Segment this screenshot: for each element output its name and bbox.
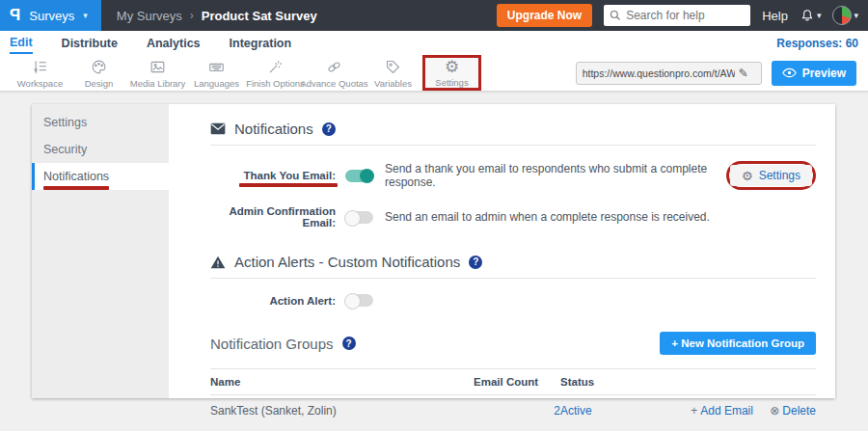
upgrade-now-button[interactable]: Upgrade Now bbox=[497, 4, 592, 27]
settings-button-label: Settings bbox=[759, 169, 800, 182]
admin-confirmation-email-label: Admin Confirmation Email: bbox=[210, 205, 336, 229]
page-title: Product Sat Survey bbox=[202, 9, 317, 23]
delete-button[interactable]: ⊗Delete bbox=[770, 404, 816, 418]
toolbar-item-media-library[interactable]: Media Library bbox=[128, 55, 187, 91]
sidebar-item-settings[interactable]: Settings bbox=[32, 109, 169, 136]
image-icon bbox=[149, 58, 167, 76]
search-input[interactable] bbox=[626, 9, 740, 22]
section-title-action-alerts: Action Alerts - Custom Notifications bbox=[234, 254, 460, 270]
toolbar-item-label: Media Library bbox=[130, 78, 186, 89]
chevron-down-icon: ▾ bbox=[817, 11, 822, 20]
sidebar-item-label: Notifications bbox=[43, 170, 109, 183]
help-link[interactable]: Help bbox=[762, 9, 788, 23]
action-alert-label: Action Alert: bbox=[210, 295, 336, 307]
questionpro-logo-icon: P bbox=[10, 6, 20, 25]
tab-edit[interactable]: Edit bbox=[10, 33, 33, 54]
palette-icon bbox=[90, 58, 108, 76]
toolbar-item-settings[interactable]: ⚙ Settings bbox=[422, 55, 481, 91]
product-menu-label: Surveys bbox=[29, 9, 74, 23]
surveys-menu[interactable]: P Surveys ▾ bbox=[0, 0, 101, 31]
section-divider bbox=[210, 145, 816, 146]
avatar bbox=[832, 6, 852, 25]
warning-icon bbox=[210, 256, 226, 269]
toolbar-item-finish-options[interactable]: Finish Options bbox=[246, 55, 305, 91]
preview-button-label: Preview bbox=[802, 67, 846, 80]
toolbar-item-languages[interactable]: Languages bbox=[187, 55, 246, 91]
magic-wand-icon bbox=[266, 58, 285, 76]
thank-you-email-label: Thank You Email: bbox=[210, 170, 336, 181]
section-divider bbox=[210, 278, 816, 279]
add-email-button[interactable]: +Add Email bbox=[691, 404, 753, 418]
breadcrumb-parent[interactable]: My Surveys bbox=[117, 9, 182, 23]
notification-groups-table: Name Email Count Status SankTest (Sanket… bbox=[210, 368, 816, 426]
red-annotation-box: ⚙ Settings bbox=[726, 161, 816, 190]
column-header-name: Name bbox=[210, 369, 474, 395]
tab-distribute[interactable]: Distribute bbox=[62, 34, 118, 53]
red-annotation-underline bbox=[43, 186, 109, 190]
survey-url-field[interactable]: ✎ bbox=[576, 62, 762, 85]
toolbar-item-label: Finish Options bbox=[246, 78, 305, 89]
responses-count[interactable]: Responses: 60 bbox=[776, 37, 858, 50]
survey-nav: Edit Distribute Analytics Integration Re… bbox=[0, 31, 868, 55]
breadcrumb-separator-icon: › bbox=[190, 9, 194, 22]
thank-you-email-toggle[interactable] bbox=[345, 170, 373, 182]
toolbar-item-variables[interactable]: Variables bbox=[364, 55, 422, 91]
edit-toolbar: Workspace Design Media Library Languages… bbox=[0, 55, 868, 92]
red-annotation-underline bbox=[239, 183, 338, 187]
account-menu-button[interactable]: ▾ bbox=[832, 6, 858, 25]
plus-icon: + bbox=[691, 404, 697, 418]
thank-you-email-row: Thank You Email: Send a thank you email … bbox=[210, 161, 816, 190]
workspace-icon bbox=[31, 58, 49, 76]
new-notification-group-button[interactable]: + New Notification Group bbox=[660, 332, 816, 355]
keyboard-icon bbox=[207, 58, 226, 76]
help-search-box[interactable] bbox=[604, 5, 750, 26]
help-icon[interactable]: ? bbox=[469, 256, 482, 269]
notifications-panel: Notifications ? Thank You Email: Send a … bbox=[169, 104, 835, 398]
sidebar-item-notifications[interactable]: Notifications bbox=[32, 163, 169, 190]
admin-confirmation-email-toggle[interactable] bbox=[345, 211, 373, 224]
search-icon bbox=[610, 10, 621, 21]
tab-integration[interactable]: Integration bbox=[230, 34, 292, 53]
toolbar-item-label: Settings bbox=[435, 77, 468, 88]
settings-sidebar: Settings Security Notifications bbox=[32, 104, 169, 398]
chevron-down-icon: ▾ bbox=[83, 11, 88, 20]
breadcrumb: My Surveys › Product Sat Survey bbox=[117, 9, 317, 23]
status-link[interactable]: Active bbox=[560, 404, 592, 418]
section-title-notifications: Notifications bbox=[234, 121, 313, 137]
tag-icon bbox=[384, 58, 402, 76]
gear-icon: ⚙ bbox=[742, 169, 753, 183]
toolbar-item-label: Workspace bbox=[17, 78, 63, 89]
edit-url-pencil-icon[interactable]: ✎ bbox=[739, 67, 748, 80]
email-count-link[interactable]: 2 bbox=[554, 404, 560, 418]
preview-button[interactable]: Preview bbox=[772, 61, 856, 86]
survey-url-input[interactable] bbox=[583, 67, 735, 79]
thank-you-email-settings-button[interactable]: ⚙ Settings bbox=[730, 165, 812, 186]
section-title-notification-groups: Notification Groups bbox=[210, 336, 334, 352]
toolbar-item-advance-quotas[interactable]: Advance Quotas bbox=[305, 55, 364, 91]
sidebar-item-label: Security bbox=[43, 143, 87, 156]
help-icon[interactable]: ? bbox=[342, 337, 356, 350]
toolbar-item-label: Variables bbox=[374, 78, 412, 89]
envelope-icon bbox=[210, 122, 226, 135]
action-alert-toggle[interactable] bbox=[345, 294, 373, 307]
toolbar-item-label: Languages bbox=[194, 78, 239, 89]
toolbar-item-label: Design bbox=[85, 78, 114, 89]
tab-analytics[interactable]: Analytics bbox=[147, 34, 201, 53]
column-header-email-count: Email Count bbox=[474, 369, 560, 395]
top-bar: P Surveys ▾ My Surveys › Product Sat Sur… bbox=[0, 0, 868, 31]
sidebar-item-label: Settings bbox=[43, 116, 87, 129]
notifications-bell-button[interactable]: ▾ bbox=[800, 8, 822, 23]
toolbar-item-workspace[interactable]: Workspace bbox=[11, 55, 69, 91]
help-icon[interactable]: ? bbox=[322, 122, 336, 136]
admin-confirmation-email-row: Admin Confirmation Email: Send an email … bbox=[210, 205, 816, 229]
bell-icon bbox=[800, 8, 815, 23]
settings-card: Settings Security Notifications Notifica… bbox=[32, 104, 835, 398]
sidebar-item-security[interactable]: Security bbox=[32, 136, 169, 163]
column-header-status: Status bbox=[560, 369, 662, 395]
toolbar-item-label: Advance Quotas bbox=[300, 78, 367, 89]
toolbar-item-design[interactable]: Design bbox=[69, 55, 128, 91]
eye-icon bbox=[782, 67, 797, 78]
delete-circle-icon: ⊗ bbox=[770, 404, 779, 418]
chain-links-icon bbox=[325, 58, 343, 76]
gear-icon: ⚙ bbox=[445, 59, 459, 75]
